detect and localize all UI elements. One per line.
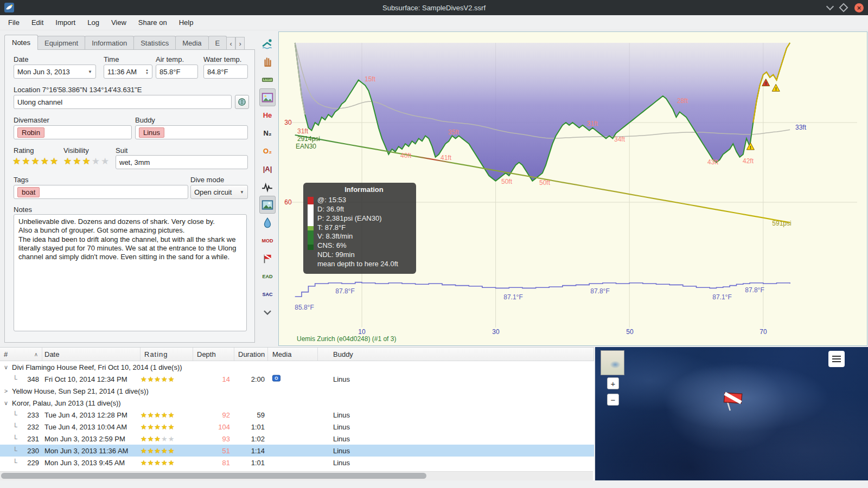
star-icon: ★ [12, 156, 22, 166]
close-icon[interactable]: × [854, 3, 864, 12]
scroll-down-icon[interactable] [259, 303, 276, 321]
salinity-icon[interactable] [259, 214, 276, 232]
media-photo-icon[interactable] [272, 374, 280, 384]
column-header-buddy[interactable]: Buddy [318, 348, 594, 361]
dive-flag-marker[interactable] [717, 384, 749, 416]
nitrogen-graph-icon[interactable]: N₂ [259, 124, 276, 142]
air-toggle-icon[interactable]: |A| [259, 160, 276, 178]
watertemp-field[interactable]: 84.8°F [203, 65, 248, 79]
collapse-arrow-icon[interactable]: ∨ [2, 364, 10, 371]
airtemp-field[interactable]: 85.8°F [156, 65, 198, 79]
star-icon: ★ [41, 156, 50, 166]
hand-stop-icon[interactable] [259, 53, 276, 70]
date-combobox[interactable]: Mon Jun 3, 2013 ▼ [14, 65, 96, 79]
column-header-duration[interactable]: Duration [234, 348, 268, 361]
legend-swatch [308, 197, 314, 204]
oxygen-graph-icon[interactable]: O₂ [259, 142, 276, 160]
tab-scroll-right-icon[interactable]: › [235, 37, 245, 50]
menu-file[interactable]: File [2, 16, 25, 29]
menu-help[interactable]: Help [173, 16, 200, 29]
divemaster-field[interactable]: Robin [14, 125, 132, 139]
dive-flag-icon[interactable] [259, 249, 276, 267]
tab-notes[interactable]: Notes [4, 35, 38, 50]
zoom-out-button[interactable]: − [607, 394, 619, 406]
dive-list-rows: ∨Divi Flamingo House Reef, Fri Oct 10, 2… [0, 361, 594, 468]
menu-log[interactable]: Log [81, 16, 105, 29]
dive-date: Mon Jun 3, 2013 2:59 PM [42, 435, 141, 443]
tab-equipment[interactable]: Equipment [37, 36, 85, 50]
minimize-icon[interactable] [826, 3, 834, 10]
show-pictures-icon[interactable] [259, 88, 276, 106]
watertemp-label: Water temp. [203, 55, 241, 63]
dive-number: 232 [17, 423, 42, 431]
ead-icon[interactable]: EAD [259, 267, 276, 285]
tab-statistics[interactable]: Statistics [133, 36, 176, 50]
tab-scroll-left-icon[interactable]: ‹ [226, 37, 235, 50]
scrollbar-thumb[interactable] [1, 473, 426, 479]
location-field[interactable]: Ulong channel [14, 95, 232, 109]
tab-bar: NotesEquipmentInformationStatisticsMedia… [4, 35, 255, 50]
dive-row[interactable]: └230Mon Jun 3, 2013 11:36 AM★★★★★511:14L… [0, 445, 594, 457]
column-header-rating[interactable]: Rating [141, 348, 193, 361]
spinner-arrows-icon[interactable]: ▲▼ [145, 68, 149, 75]
title-bar[interactable]: Subsurface: SampleDivesV2.ssrf × [0, 0, 868, 15]
time-spinner[interactable]: 11:36 AM ▲▼ [104, 65, 152, 79]
tag-boat[interactable]: boat [17, 187, 40, 197]
dive-row[interactable]: └232Tue Jun 4, 2013 10:04 AM★★★★★1041:01… [0, 421, 594, 433]
dive-profile-panel[interactable]: ! ! ! 306015ft40ft35ft41ft50ft50ft31ft34… [278, 31, 867, 346]
buddy-field[interactable]: Linus [135, 125, 248, 139]
tree-branch-icon: └ [13, 447, 17, 455]
divemode-combobox[interactable]: Open circuit ▼ [190, 185, 248, 199]
suit-field[interactable]: wet, 3mm [116, 155, 248, 169]
rating-stars[interactable]: ★★★★★ [12, 156, 59, 167]
trip-row[interactable]: ∨Koror, Palau, Jun 2013 (11 dive(s)) [0, 397, 594, 409]
divemaster-tag[interactable]: Robin [17, 127, 44, 138]
globe-icon [238, 98, 246, 106]
dive-depth: 104 [193, 423, 234, 431]
star-icon: ★ [148, 375, 155, 383]
visibility-stars[interactable]: ★★★★★ [63, 156, 110, 167]
tab-information[interactable]: Information [85, 36, 134, 50]
dive-duration: 1:02 [234, 435, 268, 443]
trip-row[interactable]: ∨Divi Flamingo House Reef, Fri Oct 10, 2… [0, 361, 594, 373]
tags-field[interactable]: boat [14, 185, 188, 199]
svg-text:!: ! [765, 81, 767, 86]
photo-toggle-icon[interactable] [259, 196, 276, 214]
dive-row[interactable]: └229Mon Jun 3, 2013 9:45 AM★★★★★811:01Li… [0, 457, 594, 468]
horizontal-scrollbar[interactable] [0, 471, 593, 480]
dive-row[interactable]: └233Tue Jun 4, 2013 12:28 PM★★★★★9259Lin… [0, 409, 594, 421]
expand-arrow-icon[interactable]: > [2, 388, 10, 394]
map-menu-button[interactable] [828, 351, 845, 367]
maximize-icon[interactable] [839, 3, 848, 12]
zoom-in-button[interactable]: + [607, 377, 619, 389]
helium-graph-icon[interactable]: He [259, 106, 276, 124]
geolocation-button[interactable] [235, 95, 249, 109]
dive-depth: 51 [193, 447, 234, 455]
trip-row[interactable]: >Yellow House, Sun Sep 21, 2014 (1 dive(… [0, 385, 594, 397]
column-header-depth[interactable]: Depth [193, 348, 234, 361]
tree-branch-icon: └ [13, 423, 17, 431]
column-header-media[interactable]: Media [268, 348, 318, 361]
menu-edit[interactable]: Edit [25, 16, 49, 29]
map-overview-thumbnail[interactable] [601, 350, 624, 375]
column-header-num[interactable]: #∧ [0, 348, 42, 361]
column-header-date[interactable]: Date [42, 348, 141, 361]
tab-e[interactable]: E [208, 36, 227, 50]
tab-media[interactable]: Media [175, 36, 208, 50]
sac-icon[interactable]: SAC [259, 285, 276, 303]
collapse-arrow-icon[interactable]: ∨ [2, 400, 10, 407]
star-icon: ★ [31, 156, 41, 166]
profile-label: 31ft [297, 127, 308, 135]
ruler-icon[interactable] [259, 70, 276, 88]
menu-view[interactable]: View [105, 16, 132, 29]
mod-icon[interactable]: MOD [259, 232, 276, 249]
notes-textarea[interactable]: Unbelievable dive. Dozens and dozens of … [14, 214, 247, 331]
map-panel[interactable]: + − [595, 347, 868, 480]
menu-import[interactable]: Import [49, 16, 81, 29]
dive-row[interactable]: └348Fri Oct 10, 2014 12:34 PM★★★★★142:00… [0, 373, 594, 385]
dive-plan-icon[interactable] [259, 35, 276, 53]
heart-rate-icon[interactable] [259, 178, 276, 196]
buddy-tag[interactable]: Linus [139, 127, 164, 138]
dive-row[interactable]: └231Mon Jun 3, 2013 2:59 PM★★★★★931:02Li… [0, 433, 594, 445]
menu-share-on[interactable]: Share on [132, 16, 173, 29]
